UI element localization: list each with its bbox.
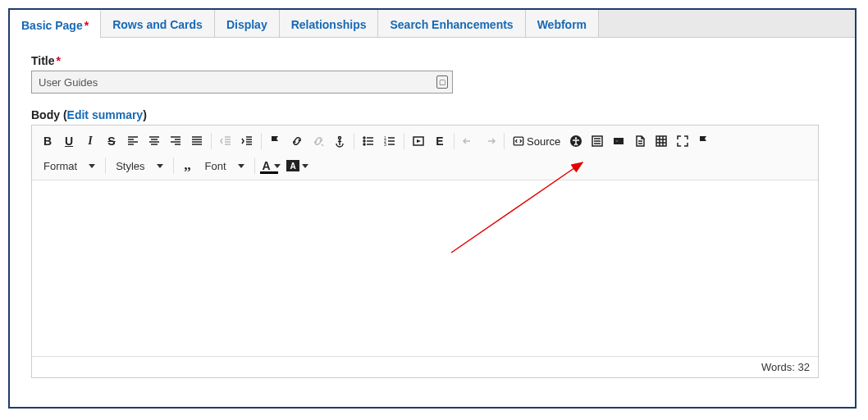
tab-search-enhancements[interactable]: Search Enhancements — [378, 10, 525, 37]
separator-icon — [211, 133, 212, 149]
title-input-wrap: ▢ — [31, 71, 453, 94]
text-color-glyph: A — [263, 159, 271, 172]
word-count-value: 32 — [798, 361, 810, 373]
autofill-indicator-icon: ▢ — [436, 75, 448, 89]
accessibility-button[interactable] — [565, 130, 587, 152]
redo-button[interactable] — [479, 130, 500, 152]
maximize-button[interactable] — [672, 130, 693, 152]
svg-text:3: 3 — [384, 142, 386, 147]
unlink-button[interactable] — [308, 130, 329, 152]
svg-rect-13 — [615, 140, 619, 142]
chevron-down-icon — [157, 164, 163, 168]
svg-point-0 — [339, 137, 341, 139]
code-block-button[interactable] — [608, 130, 629, 152]
tab-label: Rows and Cards — [112, 18, 203, 31]
tab-label: Webform — [537, 18, 587, 31]
media-button[interactable] — [408, 130, 429, 152]
chevron-down-icon — [302, 164, 308, 168]
tab-label: Search Enhancements — [390, 18, 513, 31]
tab-relationships[interactable]: Relationships — [280, 10, 379, 37]
title-input[interactable] — [31, 71, 453, 94]
underline-button[interactable]: U — [58, 130, 80, 152]
table-button[interactable] — [651, 130, 672, 152]
anchor-button[interactable] — [329, 130, 350, 152]
separator-icon — [454, 133, 455, 149]
align-center-button[interactable] — [144, 130, 165, 152]
styles-label: Styles — [116, 160, 144, 172]
page-frame: Basic Page* Rows and Cards Display Relat… — [8, 8, 857, 409]
body-label: Body (Edit summary) — [31, 108, 834, 121]
line-spacing-button[interactable] — [587, 130, 608, 152]
undo-button[interactable] — [458, 130, 479, 152]
format-dropdown[interactable]: Format — [37, 155, 102, 176]
bold-button[interactable]: B — [37, 130, 58, 152]
outdent-button[interactable] — [215, 130, 236, 152]
title-label-text: Title — [31, 54, 55, 67]
tab-panel: Title* ▢ Body (Edit summary) B U I S — [10, 38, 855, 391]
body-label-text: Body — [31, 108, 60, 121]
document-button[interactable] — [629, 130, 651, 152]
svg-point-1 — [363, 137, 365, 139]
editor-toolbar: B U I S — [32, 126, 818, 180]
required-marker-icon: * — [85, 19, 89, 32]
svg-point-2 — [363, 140, 365, 142]
chevron-down-icon — [238, 164, 244, 168]
font-label: Font — [205, 160, 226, 172]
align-justify-button[interactable] — [186, 130, 208, 152]
editor-footer: Words: 32 — [32, 356, 818, 377]
tab-label: Relationships — [291, 18, 367, 31]
edit-summary-link[interactable]: Edit summary — [67, 108, 144, 121]
bg-color-button[interactable]: A — [285, 155, 311, 176]
svg-rect-14 — [656, 136, 666, 146]
toolbar-row-2: Format Styles ,, Font A — [37, 153, 813, 178]
link-button[interactable] — [286, 130, 308, 152]
align-right-button[interactable] — [165, 130, 186, 152]
svg-point-3 — [363, 144, 365, 145]
separator-icon — [105, 158, 106, 174]
source-label: Source — [527, 135, 560, 148]
align-left-button[interactable] — [122, 130, 144, 152]
text-color-button[interactable]: A — [258, 155, 285, 176]
tab-label: Display — [226, 18, 267, 31]
toolbar-row-1: B U I S — [37, 129, 813, 153]
bullet-list-button[interactable] — [358, 130, 379, 152]
chevron-down-icon — [89, 164, 95, 168]
chevron-down-icon — [274, 164, 281, 168]
embed-button[interactable]: E — [429, 130, 450, 152]
source-button[interactable]: Source — [508, 130, 565, 152]
font-dropdown[interactable]: Font — [199, 155, 251, 176]
separator-icon — [173, 158, 174, 174]
tab-label: Basic Page — [21, 19, 83, 32]
tab-rows-and-cards[interactable]: Rows and Cards — [101, 10, 215, 37]
editor-content-area[interactable] — [32, 180, 818, 356]
numbered-list-button[interactable]: 123 — [379, 130, 400, 152]
required-marker-icon: * — [57, 54, 61, 67]
styles-dropdown[interactable]: Styles — [109, 155, 169, 176]
svg-point-10 — [575, 137, 577, 139]
title-label: Title* — [31, 54, 834, 67]
format-label: Format — [43, 160, 77, 172]
tab-display[interactable]: Display — [215, 10, 280, 37]
italic-button[interactable]: I — [80, 130, 101, 152]
strikethrough-button[interactable]: S — [101, 130, 122, 152]
word-count-label: Words: — [761, 361, 795, 373]
bg-color-glyph: A — [286, 160, 299, 171]
blockquote-button[interactable]: ,, — [177, 155, 199, 176]
separator-icon — [261, 133, 262, 149]
rich-text-editor: B U I S — [31, 125, 819, 378]
flag-button[interactable] — [265, 130, 286, 152]
tab-basic-page[interactable]: Basic Page* — [10, 10, 101, 38]
separator-icon — [254, 158, 255, 174]
indent-button[interactable] — [236, 130, 258, 152]
separator-icon — [504, 133, 505, 149]
tab-webform[interactable]: Webform — [526, 10, 599, 37]
separator-icon — [354, 133, 354, 149]
separator-icon — [404, 133, 404, 149]
tabs-bar: Basic Page* Rows and Cards Display Relat… — [10, 10, 855, 38]
flag-end-button[interactable] — [693, 130, 715, 152]
